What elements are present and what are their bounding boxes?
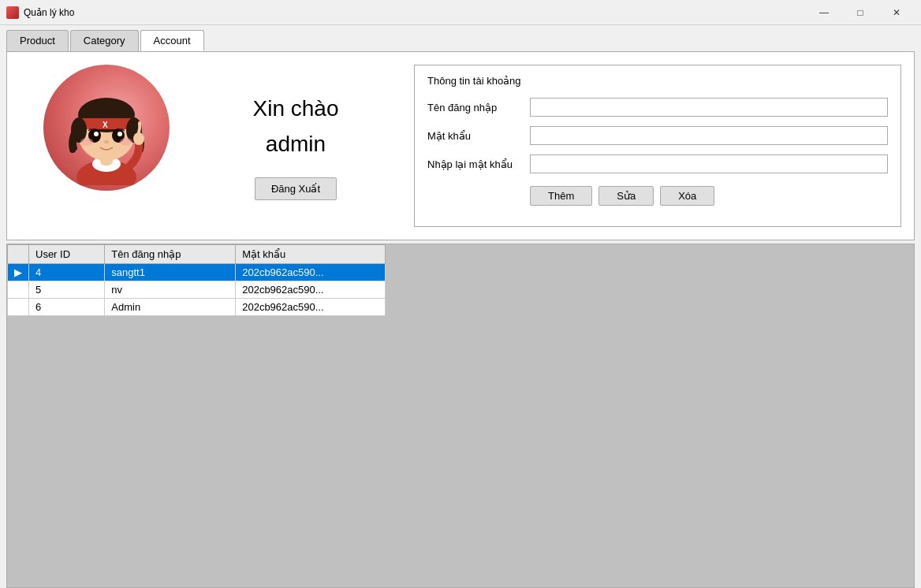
- logout-button[interactable]: Đăng Xuất: [255, 177, 337, 200]
- user-table: User ID Tên đăng nhập Mật khẩu ▶4sangtt1…: [7, 244, 386, 316]
- tab-account[interactable]: Account: [140, 30, 204, 51]
- col-username: Tên đăng nhập: [105, 245, 236, 264]
- row-id-cell: 5: [29, 281, 105, 299]
- welcome-line1: Xin chào: [253, 91, 339, 127]
- table-row[interactable]: 5nv202cb962ac590...: [8, 281, 386, 299]
- row-id-cell: 6: [29, 299, 105, 316]
- table-area: User ID Tên đăng nhập Mật khẩu ▶4sangtt1…: [6, 244, 915, 588]
- svg-point-15: [120, 138, 132, 146]
- xoa-button[interactable]: Xóa: [660, 186, 714, 206]
- row-password-cell: 202cb962ac590...: [236, 281, 386, 299]
- username-row: Tên đăng nhập: [427, 98, 888, 117]
- row-arrow-cell: ▶: [8, 264, 29, 281]
- row-username-cell: nv: [105, 281, 236, 299]
- main-window: Product Category Account: [0, 25, 921, 588]
- sua-button[interactable]: Sửa: [598, 186, 654, 206]
- account-info-panel: Thông tin tài khoảng Tên đăng nhập Mật k…: [414, 65, 901, 227]
- username-input[interactable]: [530, 98, 888, 117]
- table-row[interactable]: 6Admin202cb962ac590...: [8, 299, 386, 316]
- row-arrow-cell: [8, 281, 29, 299]
- password-input[interactable]: [530, 126, 888, 145]
- row-password-cell: 202cb962ac590...: [236, 264, 386, 281]
- welcome-section: Xin chào admin Đăng Xuất: [209, 65, 382, 227]
- tab-bar: Product Category Account: [0, 25, 921, 51]
- row-username-cell: sangtt1: [105, 264, 236, 281]
- svg-point-11: [94, 132, 99, 136]
- row-username-cell: Admin: [105, 299, 236, 316]
- tab-product[interactable]: Product: [6, 30, 69, 51]
- password-row: Mật khẩu: [427, 126, 888, 145]
- row-password-cell: 202cb962ac590...: [236, 299, 386, 316]
- table-row[interactable]: ▶4sangtt1202cb962ac590...: [8, 264, 386, 281]
- welcome-line2: admin: [253, 127, 339, 162]
- confirm-input[interactable]: [530, 154, 888, 173]
- col-arrow: [8, 245, 29, 264]
- them-button[interactable]: Thêm: [530, 186, 592, 206]
- confirm-row: Nhập lại mật khẩu: [427, 154, 888, 173]
- tab-category[interactable]: Category: [70, 30, 139, 51]
- welcome-text: Xin chào admin: [253, 91, 339, 162]
- maximize-button[interactable]: □: [842, 0, 878, 25]
- account-top-panel: X: [6, 51, 915, 240]
- account-info-title: Thông tin tài khoảng: [427, 75, 888, 87]
- password-label: Mật khẩu: [427, 130, 530, 142]
- app-icon: [6, 6, 19, 19]
- window-controls: — □ ✕: [806, 0, 915, 25]
- svg-point-14: [80, 138, 93, 146]
- row-arrow-cell: [8, 299, 29, 316]
- col-password: Mật khẩu: [236, 245, 386, 264]
- svg-point-16: [133, 132, 144, 145]
- close-button[interactable]: ✕: [878, 0, 915, 25]
- content-area: X: [0, 51, 921, 588]
- avatar: X: [43, 65, 170, 191]
- form-actions: Thêm Sửa Xóa: [427, 186, 888, 206]
- col-userid: User ID: [29, 245, 105, 264]
- svg-point-13: [104, 140, 109, 143]
- titlebar: Quản lý kho — □ ✕: [0, 0, 921, 25]
- username-label: Tên đăng nhập: [427, 102, 530, 114]
- confirm-label: Nhập lại mật khẩu: [427, 158, 530, 170]
- svg-point-12: [117, 132, 122, 136]
- app-title: Quản lý kho: [24, 7, 806, 18]
- svg-text:X: X: [103, 121, 108, 129]
- avatar-section: X: [20, 65, 193, 227]
- minimize-button[interactable]: —: [806, 0, 842, 25]
- row-id-cell: 4: [29, 264, 105, 281]
- table-header-row: User ID Tên đăng nhập Mật khẩu: [8, 245, 386, 264]
